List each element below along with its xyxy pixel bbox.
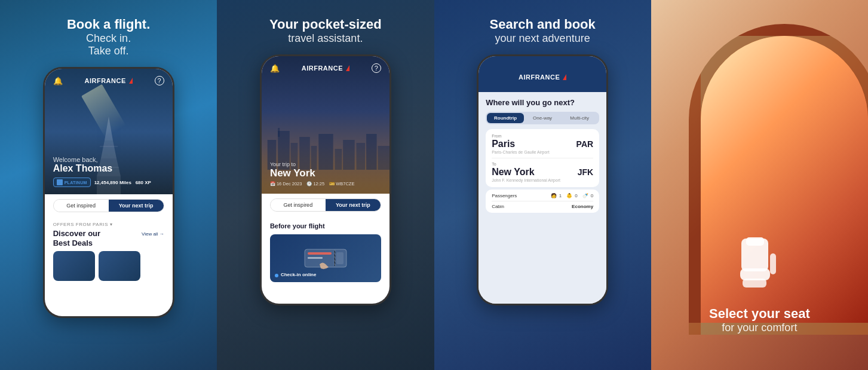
panel2-title-line2: travel assistant. (269, 32, 382, 45)
panel1-title-line3: Take off. (67, 45, 150, 57)
phone-screen-1: 🔔 AIRFRANCE ? (45, 69, 173, 316)
loyalty-bar: PLATINUM 12,454,890 Miles 680 XP (53, 178, 151, 187)
checkin-label: Check-in online (281, 272, 317, 277)
to-city: New York (492, 167, 534, 178)
trip-date: 📅 16 Dec 2023 (270, 181, 302, 186)
bell-icon-2[interactable]: 🔔 (270, 64, 280, 73)
user-name-text: Alex Thomas (53, 163, 151, 174)
passengers-row: Passengers 🧑 1 👶 0 🍼 0 (492, 193, 593, 198)
panel3-title-line1: Search and book (489, 17, 595, 32)
infant-icon: 🍼 (582, 193, 588, 198)
airfrance-logo-1: AIRFRANCE (84, 77, 132, 84)
help-icon-2[interactable]: ? (372, 63, 381, 73)
airfrance-logo-2: AIRFRANCE (302, 65, 349, 72)
deal-cards (53, 251, 164, 281)
phone1-content: OFFERS FROM PARIS ▾ Discover our Best De… (45, 217, 173, 316)
best-deals-row: Discover our Best Deals View all → (53, 229, 164, 247)
airfrance-logo-3: AIRFRANCE (519, 74, 566, 81)
offers-label: OFFERS FROM PARIS ▾ (53, 222, 164, 227)
trip-destination: New York (270, 167, 355, 179)
panel1-title-line1: Book a flight. (67, 17, 150, 32)
panel4-title-line1: Select your seat (709, 306, 810, 322)
to-code: JFK (578, 167, 593, 177)
svg-rect-22 (336, 252, 343, 264)
bell-icon[interactable]: 🔔 (53, 77, 63, 85)
route-card: From Paris PAR Paris-Charles de Gaulle A… (486, 129, 599, 187)
airfrance-chevron-3 (563, 74, 566, 80)
miles-info: 12,454,890 Miles 680 XP (94, 180, 151, 185)
checkin-card[interactable]: Check-in online (270, 234, 381, 282)
to-label: To (492, 162, 593, 166)
from-city: Paris (492, 139, 515, 149)
trip-time: 🕐 12:25 (306, 181, 324, 186)
best-deals-title: Discover our Best Deals (53, 229, 100, 247)
ticket-icon: 🎫 (329, 181, 335, 186)
booking-ref: 🎫 WB7CZE (329, 181, 354, 186)
phone2-content: Before your flight Check-in online (262, 216, 389, 304)
pax-icons: 🧑 1 👶 0 🍼 0 (551, 193, 593, 198)
trip-type-oneway[interactable]: One-way (524, 113, 561, 123)
deal-card-2[interactable] (99, 251, 140, 281)
svg-rect-17 (378, 146, 389, 170)
adult-icon: 🧑 (551, 193, 557, 198)
panel1-tagline: Book a flight. Check in. Take off. (67, 17, 150, 57)
trip-type-multicity[interactable]: Multi-city (561, 113, 598, 123)
tier-label: PLATINUM (65, 181, 87, 185)
tab-get-inspired-1[interactable]: Get inspired (54, 200, 109, 212)
to-airport: John F. Kennedy International Airport (492, 178, 593, 182)
phone2-tab-bar: Get inspired Your next trip (270, 198, 381, 212)
tab-next-trip-1[interactable]: Your next trip (109, 200, 164, 212)
panel2-title-line1: Your pocket-sized (269, 17, 382, 32)
phone2-header: 🔔 AIRFRANCE ? (262, 56, 389, 77)
panel-1: Book a flight. Check in. Take off. 🔔 AIR… (0, 0, 217, 370)
ref-value: WB7CZE (336, 181, 354, 186)
welcome-back-text: Welcome back, (53, 156, 151, 163)
from-airport: Paris-Charles de Gaulle Airport (492, 150, 593, 154)
chevron-down-icon: ▾ (110, 222, 113, 227)
phone-mockup-2: 🔔 AIRFRANCE ? (260, 54, 391, 305)
route-divider (492, 158, 593, 158)
infant-count: 0 (591, 193, 593, 198)
seat-icon (735, 236, 783, 289)
child-icon: 👶 (566, 193, 572, 198)
phone-screen-3: AIRFRANCE Where will you go next? Roundt… (479, 56, 606, 304)
welcome-section: Welcome back, Alex Thomas PLATINUM 12,45… (53, 156, 151, 187)
clock-icon: 🕐 (306, 181, 312, 186)
checkin-dot (275, 274, 278, 277)
svg-rect-20 (308, 257, 323, 259)
miles-value: 12,454,890 (94, 180, 118, 185)
from-code: PAR (576, 139, 594, 149)
trip-info-overlay: Your trip to New York 📅 16 Dec 2023 🕐 12… (270, 161, 355, 186)
calendar-icon: 📅 (270, 181, 275, 186)
xp-value: 680 (136, 180, 143, 185)
tab-next-trip-2[interactable]: Your next trip (326, 199, 381, 211)
phone-mockup-1: 🔔 AIRFRANCE ? (43, 67, 174, 318)
phone-screen-2: 🔔 AIRFRANCE ? (262, 56, 389, 304)
panel-3: Search and book your next adventure AIRF… (434, 0, 651, 370)
deal-card-1[interactable] (53, 251, 95, 281)
date-value: 16 Dec 2023 (277, 181, 302, 186)
phone1-header: 🔔 AIRFRANCE ? (45, 69, 173, 89)
phone2-background: 🔔 AIRFRANCE ? (262, 56, 389, 194)
panel-2: Your pocket-sized travel assistant. 🔔 AI… (217, 0, 434, 370)
svg-rect-19 (308, 252, 332, 255)
airfrance-chevron-2 (346, 65, 349, 71)
svg-rect-27 (743, 279, 766, 288)
phone-mockup-3: AIRFRANCE Where will you go next? Roundt… (477, 54, 608, 305)
pax-cabin-card: Passengers 🧑 1 👶 0 🍼 0 Cabin Economy (486, 189, 599, 213)
view-all-link[interactable]: View all → (142, 231, 164, 237)
phone3-content: Where will you go next? Roundtrip One-wa… (479, 92, 606, 304)
panel-4: Select your seat for your comfort (651, 0, 868, 370)
help-icon[interactable]: ? (155, 76, 164, 85)
passengers-label: Passengers (492, 193, 517, 198)
trip-type-roundtrip[interactable]: Roundtrip (487, 113, 524, 123)
phone1-background: 🔔 AIRFRANCE ? (45, 69, 173, 194)
trip-to-label: Your trip to (270, 161, 355, 167)
tab-get-inspired-2[interactable]: Get inspired (271, 199, 326, 211)
panel4-tagline: Select your seat for your comfort (709, 306, 810, 334)
svg-rect-24 (746, 237, 764, 246)
deals-line1: Discover our (53, 229, 100, 238)
miles-label: Miles (119, 180, 131, 185)
adult-count: 1 (559, 193, 562, 198)
svg-rect-8 (278, 128, 280, 137)
